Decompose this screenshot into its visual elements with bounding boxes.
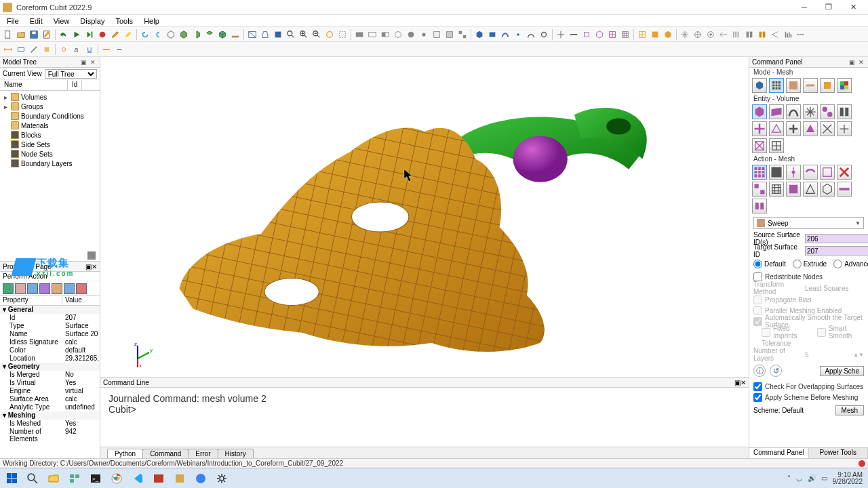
dash-icon[interactable]	[568, 28, 580, 41]
tab-python[interactable]: Python	[107, 449, 143, 458]
tree-item-sidesets[interactable]: Side Sets	[0, 140, 100, 149]
scheme-combo[interactable]: Sweep ▼	[753, 217, 864, 229]
close-button[interactable]: ✕	[841, 0, 865, 15]
entity-vertex-icon[interactable]	[803, 104, 818, 119]
maximize-button[interactable]: ❐	[816, 0, 841, 15]
radio-advanced[interactable]: Advanced	[833, 260, 868, 268]
prop-table-body[interactable]: ▾ GeneralId207TypeSurfaceNameSurface 20I…	[0, 306, 100, 458]
ex7-icon[interactable]	[756, 28, 768, 41]
ex3-icon[interactable]	[705, 28, 717, 41]
tab-command-panel[interactable]: Command Panel	[749, 448, 809, 458]
ex4-icon[interactable]	[717, 28, 730, 41]
settings-icon[interactable]	[212, 469, 232, 488]
cube-front-icon[interactable]	[178, 28, 190, 41]
prop-row[interactable]: Idless Signaturecalc	[0, 338, 100, 346]
under-icon[interactable]: U	[83, 43, 96, 56]
journal-icon[interactable]	[41, 28, 53, 41]
prop-row[interactable]: Enginevirtual	[0, 387, 100, 395]
sel-arc-icon[interactable]	[525, 28, 537, 41]
sel-curve-icon[interactable]	[499, 28, 511, 41]
cp-close-icon[interactable]: ✕	[857, 58, 865, 66]
tab-power-tools[interactable]: Power Tools	[809, 448, 869, 458]
menu-view[interactable]: View	[48, 16, 75, 26]
prop-row[interactable]: Number of Elements942	[0, 428, 100, 436]
ex6-icon[interactable]	[743, 28, 755, 41]
cp-dock-icon[interactable]: ▣	[848, 58, 856, 66]
cb-apply-scheme[interactable]: Apply Scheme Before Meshing	[753, 392, 864, 403]
cross-icon[interactable]	[555, 28, 567, 41]
ex8-icon[interactable]	[769, 28, 781, 41]
pa-btn-4[interactable]	[39, 283, 50, 294]
line-icon[interactable]	[100, 43, 113, 56]
pa-btn-1[interactable]	[3, 283, 14, 294]
open-icon[interactable]	[15, 28, 27, 41]
minimize-button[interactable]: ─	[792, 0, 816, 15]
vis7-icon[interactable]	[431, 28, 443, 41]
prop-group[interactable]: ▾ Meshing	[0, 411, 100, 420]
entity-e10-icon[interactable]	[803, 121, 818, 136]
action-a6-icon[interactable]	[837, 165, 852, 180]
tree-pick-icon[interactable]	[87, 251, 96, 260]
action-a8-icon[interactable]	[769, 182, 784, 197]
slice-icon[interactable]	[272, 28, 284, 41]
action-a11-icon[interactable]	[820, 182, 835, 197]
entity-e12-icon[interactable]	[837, 121, 852, 136]
info-icon[interactable]: ⓘ	[753, 365, 766, 377]
tree-item-groups[interactable]: ▸Groups	[0, 102, 100, 111]
vis3-icon[interactable]	[379, 28, 391, 41]
pa-btn-6[interactable]	[64, 283, 75, 294]
vis2-icon[interactable]	[366, 28, 378, 41]
explorer-icon[interactable]	[43, 469, 64, 488]
mode-geometry-icon[interactable]	[752, 78, 767, 93]
entity-curve-icon[interactable]	[786, 104, 801, 119]
current-view-select[interactable]: Full Tree	[45, 69, 97, 79]
undo2-icon[interactable]	[152, 28, 164, 41]
tree-item-boundarylayers[interactable]: Boundary Layers	[0, 159, 100, 168]
entity-surface-icon[interactable]	[769, 104, 784, 119]
tree-item-materials[interactable]: Materials	[0, 121, 100, 130]
search-icon[interactable]	[22, 469, 43, 488]
action-a13-icon[interactable]	[752, 199, 767, 214]
sel-vert-icon[interactable]	[512, 28, 524, 41]
tray-wifi-icon[interactable]: ◡	[796, 474, 802, 482]
clip-icon[interactable]	[246, 28, 258, 41]
cmd-close-icon[interactable]: ✕	[741, 379, 746, 386]
vis6-icon[interactable]	[418, 28, 430, 41]
mode-mesh-icon[interactable]	[769, 78, 784, 93]
tree-item-blocks[interactable]: Blocks	[0, 130, 100, 140]
tray-chevron-icon[interactable]: ˄	[787, 474, 791, 482]
sq-icon[interactable]	[580, 28, 593, 41]
tab-command[interactable]: Command	[142, 449, 189, 458]
menu-display[interactable]: Display	[75, 16, 110, 26]
tray-battery-icon[interactable]: ▭	[821, 474, 827, 482]
system-tray[interactable]: ˄ ◡ 🔊 ▭ 9:10 AM9/28/2022	[787, 472, 867, 485]
cmd-dock-icon[interactable]: ▣	[734, 379, 741, 386]
command-line-area[interactable]: Journaled Command: mesh volume 2 Cubit>	[100, 388, 749, 447]
refresh-icon[interactable]	[139, 28, 151, 41]
save-icon[interactable]	[28, 28, 40, 41]
mode-blocks-icon[interactable]	[786, 78, 801, 93]
prop-row[interactable]: Is MeshedYes	[0, 420, 100, 428]
cube-icon[interactable]	[165, 28, 177, 41]
app-blue-icon[interactable]	[191, 469, 211, 488]
cubit-app-icon[interactable]	[170, 469, 190, 488]
step-icon[interactable]	[83, 28, 96, 41]
mode-material-icon[interactable]	[820, 78, 835, 93]
cube-top-icon[interactable]	[203, 28, 216, 41]
cube-iso-icon[interactable]	[216, 28, 229, 41]
prop-row[interactable]: Surface Areacalc	[0, 395, 100, 403]
ex1-icon[interactable]	[679, 28, 691, 41]
vis5-icon[interactable]	[405, 28, 417, 41]
sel-surf-icon[interactable]	[486, 28, 498, 41]
box-sel-icon[interactable]	[336, 28, 349, 41]
action-mesh-icon[interactable]	[752, 165, 767, 180]
prop-row[interactable]: Colordefault	[0, 346, 100, 354]
play-icon[interactable]	[71, 28, 83, 41]
mesh1-icon[interactable]	[636, 28, 648, 41]
ex2-icon[interactable]	[692, 28, 704, 41]
entity-group-icon[interactable]	[820, 104, 835, 119]
pa-btn-2[interactable]	[15, 283, 26, 294]
apply-scheme-button[interactable]: Apply Sche	[820, 366, 864, 376]
cube-side-icon[interactable]	[191, 28, 203, 41]
action-a3-icon[interactable]	[786, 165, 801, 180]
